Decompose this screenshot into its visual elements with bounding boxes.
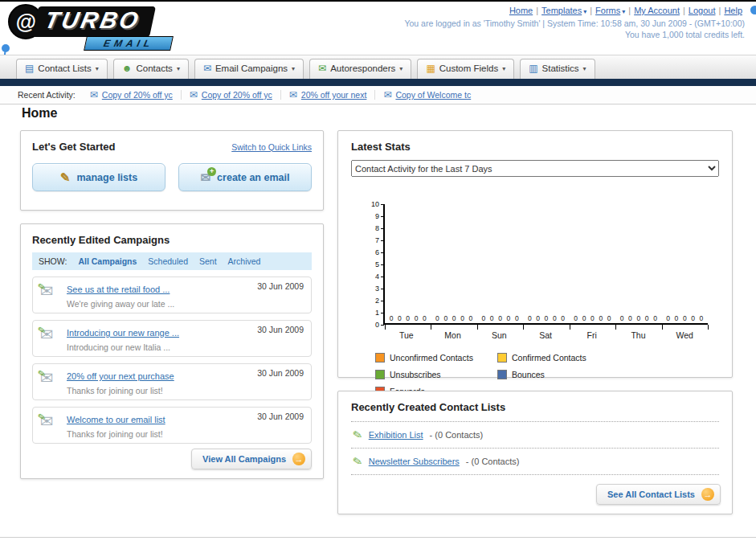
see-all-contact-lists-button[interactable]: See All Contact Lists → bbox=[596, 484, 721, 505]
contact-list-link[interactable]: Exhibition List bbox=[369, 430, 423, 440]
contact-list-row[interactable]: ✎Newsletter Subscribers - (0 Contacts) bbox=[351, 449, 719, 475]
header-right: Home|Templates▾|Forms▾|My Account|Logout… bbox=[404, 6, 745, 39]
campaign-row[interactable]: ✉✎See us at the retail food ...We're giv… bbox=[32, 277, 312, 313]
x-axis-tick bbox=[385, 325, 386, 330]
data-value: 0 bbox=[628, 314, 632, 322]
data-value: 0 bbox=[468, 314, 472, 322]
data-value: 0 bbox=[545, 314, 549, 322]
tab-autoresponders[interactable]: ✉Autoresponders▾ bbox=[309, 59, 411, 79]
plus-icon: + bbox=[207, 167, 216, 176]
y-axis-label: 0 bbox=[375, 321, 385, 329]
view-all-campaigns-button[interactable]: View All Campaigns → bbox=[191, 449, 312, 469]
main-nav: ▤Contact Lists▾☻Contacts▾✉Email Campaign… bbox=[0, 55, 756, 79]
tab-contact-lists[interactable]: ▤Contact Lists▾ bbox=[16, 59, 108, 79]
y-axis-label: 8 bbox=[375, 224, 385, 232]
data-value: 0 bbox=[553, 314, 557, 322]
campaign-title-link[interactable]: See us at the retail food ... bbox=[67, 285, 170, 294]
pencil-icon: ✎ bbox=[36, 320, 48, 341]
legend-swatch bbox=[375, 370, 385, 379]
data-value: 0 bbox=[590, 314, 595, 322]
recent-activity-link[interactable]: Copy of 20% off yc bbox=[202, 90, 272, 100]
show-label: SHOW: bbox=[39, 256, 67, 266]
y-axis-label: 4 bbox=[375, 272, 385, 281]
data-value: 0 bbox=[507, 314, 511, 322]
contact-activity-chart: 1098765432100000000000000000000000000000… bbox=[383, 204, 708, 325]
manage-lists-button[interactable]: ✎ manage lists bbox=[32, 163, 166, 191]
header-blue-dot bbox=[750, 6, 756, 14]
data-value: 0 bbox=[683, 314, 687, 322]
legend-item: Unconfirmed Contacts bbox=[375, 353, 497, 363]
campaign-title-link[interactable]: 20% off your next purchase bbox=[67, 371, 174, 381]
filter-all-campaigns[interactable]: All Campaigns bbox=[78, 256, 137, 266]
recent-activity-link[interactable]: 20% off your next bbox=[301, 90, 367, 100]
contact-list-row[interactable]: ✎Exhibition List - (0 Contacts) bbox=[351, 422, 719, 449]
data-value: 0 bbox=[574, 314, 578, 322]
manage-lists-label: manage lists bbox=[76, 172, 137, 183]
campaign-row[interactable]: ✉✎Introducing our new range ...Introduci… bbox=[32, 320, 312, 357]
campaign-text: Welcome to our email listThanks for join… bbox=[67, 412, 250, 439]
filter-sent[interactable]: Sent bbox=[199, 256, 217, 266]
tab-label: Contacts bbox=[136, 64, 172, 73]
switch-quick-links[interactable]: Switch to Quick Links bbox=[231, 142, 312, 152]
x-axis-label: Sat bbox=[522, 330, 569, 340]
chevron-down-icon: ▾ bbox=[502, 65, 505, 72]
data-value: 0 bbox=[498, 314, 502, 322]
data-value: 0 bbox=[435, 314, 439, 322]
campaign-list: ✉✎See us at the retail food ...We're giv… bbox=[32, 277, 312, 444]
x-axis-tick bbox=[708, 325, 709, 330]
campaign-title-link[interactable]: Introducing our new range ... bbox=[67, 328, 179, 338]
top-link-templates[interactable]: Templates▾ bbox=[541, 6, 586, 15]
contact-lists-icon: ▤ bbox=[25, 64, 34, 73]
top-link-forms[interactable]: Forms▾ bbox=[595, 6, 625, 15]
recent-activity-item[interactable]: ✉20% off your next bbox=[280, 90, 375, 100]
footer-divider bbox=[0, 537, 756, 538]
legend-label: Unconfirmed Contacts bbox=[390, 353, 473, 363]
x-axis-label: Mon bbox=[430, 330, 476, 340]
x-axis-label: Thu bbox=[615, 330, 662, 340]
legend-swatch bbox=[497, 370, 507, 379]
campaign-date: 30 Jun 2009 bbox=[257, 325, 304, 352]
tab-email-campaigns[interactable]: ✉Email Campaigns▾ bbox=[194, 59, 304, 79]
recent-activity-item[interactable]: ✉Copy of 20% off yc bbox=[82, 90, 181, 100]
recent-activity-link[interactable]: Copy of 20% off yc bbox=[102, 90, 173, 100]
data-value: 0 bbox=[390, 314, 394, 322]
login-info: You are logged in as 'Timothy Smith' | S… bbox=[404, 18, 745, 28]
create-email-button[interactable]: ✉+ create an email bbox=[178, 163, 312, 191]
recent-activity-item[interactable]: ✉Copy of Welcome tc bbox=[374, 90, 479, 100]
legend-label: Confirmed Contacts bbox=[512, 353, 586, 363]
campaign-row[interactable]: ✉✎Welcome to our email listThanks for jo… bbox=[32, 407, 312, 444]
top-link-home[interactable]: Home bbox=[509, 6, 533, 15]
stats-range-select[interactable]: Contact Activity for the Last 7 Days bbox=[351, 160, 719, 177]
envelope-icon: ✉ bbox=[190, 90, 198, 100]
chevron-down-icon: ▾ bbox=[583, 8, 586, 15]
data-value: 0 bbox=[415, 314, 419, 322]
campaign-row[interactable]: ✉✎20% off your next purchaseThanks for j… bbox=[32, 363, 312, 400]
campaign-title-link[interactable]: Welcome to our email list bbox=[67, 415, 166, 424]
y-axis-label: 5 bbox=[375, 260, 385, 268]
data-value: 0 bbox=[536, 314, 540, 322]
legend-label: Bounces bbox=[512, 370, 545, 379]
separator: | bbox=[719, 6, 721, 15]
separator: | bbox=[683, 6, 685, 15]
data-value: 0 bbox=[700, 314, 704, 322]
legend-label: Unsubscribes bbox=[390, 370, 441, 379]
recent-activity-item[interactable]: ✉Copy of 20% off yc bbox=[181, 90, 280, 100]
pencil-icon: ✎ bbox=[60, 170, 71, 185]
x-axis-tick bbox=[477, 325, 478, 330]
contact-list-link[interactable]: Newsletter Subscribers bbox=[369, 457, 460, 466]
campaign-date: 30 Jun 2009 bbox=[257, 281, 304, 309]
filter-archived[interactable]: Archived bbox=[228, 256, 261, 266]
tab-custom-fields[interactable]: ▦Custom Fields▾ bbox=[417, 59, 514, 79]
top-link-help[interactable]: Help bbox=[724, 6, 742, 15]
recent-activity-link[interactable]: Copy of Welcome tc bbox=[395, 90, 471, 100]
custom-fields-icon: ▦ bbox=[426, 64, 435, 73]
tab-statistics[interactable]: ▥Statistics▾ bbox=[520, 59, 595, 79]
email-campaigns-icon: ✉ bbox=[203, 64, 211, 73]
top-link-logout[interactable]: Logout bbox=[689, 6, 716, 15]
data-value: 0 bbox=[561, 314, 565, 322]
tab-contacts[interactable]: ☻Contacts▾ bbox=[113, 59, 189, 79]
filter-scheduled[interactable]: Scheduled bbox=[148, 256, 188, 266]
top-link-my-account[interactable]: My Account bbox=[634, 6, 680, 15]
campaign-subtitle: Introducing our new Italia ... bbox=[67, 342, 250, 352]
nav-divider-bar bbox=[0, 79, 756, 86]
